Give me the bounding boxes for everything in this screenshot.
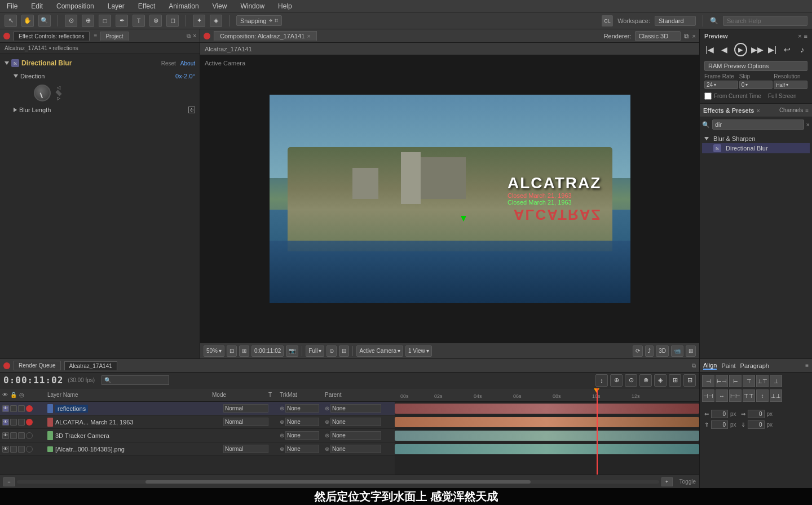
- preview-next-btn[interactable]: ▶▶: [752, 44, 763, 55]
- timeline-scrollbar[interactable]: [17, 480, 659, 484]
- dist-center-h-btn[interactable]: ↔: [716, 389, 728, 402]
- layer-4-name[interactable]: [Alcatr...000-184385].png: [55, 446, 125, 453]
- menu-file[interactable]: File: [5, 2, 20, 10]
- timeline-tool-7[interactable]: ⊟: [683, 374, 696, 387]
- camera-btn[interactable]: 📹: [671, 345, 683, 357]
- spacing-left-input[interactable]: [711, 410, 728, 418]
- layer-3-eye[interactable]: 👁: [2, 432, 9, 439]
- 3d-btn[interactable]: 3D: [656, 345, 669, 357]
- layer-2-name[interactable]: ALCATRA... March 21, 1963: [55, 419, 134, 426]
- effects-panel-expand[interactable]: ≡: [805, 107, 809, 113]
- directional-blur-item[interactable]: fx Directional Blur: [702, 143, 810, 153]
- effect-controls-tab[interactable]: Effect Controls: reflections: [14, 32, 90, 41]
- layer-2-parent[interactable]: None: [330, 418, 381, 426]
- spacing-top-input[interactable]: [711, 420, 728, 429]
- direction-dial[interactable]: [34, 85, 51, 101]
- layer-1-parent[interactable]: None: [330, 404, 381, 413]
- tool-eraser[interactable]: ◻: [166, 15, 179, 27]
- panel-expand-btn[interactable]: ×: [193, 33, 196, 39]
- tool-pen[interactable]: ✒: [116, 15, 128, 27]
- timeline-tool-5[interactable]: ◈: [654, 374, 667, 387]
- layer-3-record[interactable]: [26, 432, 33, 439]
- direction-value[interactable]: 0x-2.0°: [161, 73, 195, 79]
- project-tab[interactable]: Project: [100, 32, 128, 41]
- effect-expand-arrow[interactable]: [5, 61, 9, 65]
- blur-length-expand-arrow[interactable]: [14, 108, 17, 112]
- views-btn[interactable]: 1 View ▾: [405, 345, 432, 357]
- effect-about-btn[interactable]: About: [180, 60, 195, 67]
- layer-4-audio[interactable]: [10, 446, 17, 453]
- spacing-right-input[interactable]: [748, 410, 765, 418]
- region-btn[interactable]: ⊟: [339, 345, 349, 357]
- comp-timeline-tab[interactable]: Alcatraz_17A141: [64, 361, 117, 370]
- comp-tab[interactable]: Composition: Alcatraz_17A141 ×: [214, 31, 317, 41]
- effect-reset-btn[interactable]: Reset: [161, 60, 176, 67]
- panel-menu-btn[interactable]: ≡: [94, 33, 98, 39]
- skip-input[interactable]: 0 ▾: [739, 81, 773, 89]
- timeline-tool-3[interactable]: ⊙: [625, 374, 637, 387]
- blur-sharpen-category[interactable]: Blur & Sharpen: [702, 134, 810, 143]
- tool-shape[interactable]: □: [99, 15, 111, 27]
- effects-search-clear[interactable]: ×: [806, 121, 810, 128]
- layer-1-audio[interactable]: [10, 405, 17, 412]
- tool-camera-track[interactable]: ⊕: [82, 15, 94, 27]
- menu-window[interactable]: Window: [238, 2, 267, 10]
- comp-tab-close[interactable]: ×: [307, 33, 310, 39]
- align-tab[interactable]: Align: [703, 362, 717, 370]
- layer-1-trk-mat[interactable]: None: [285, 404, 319, 413]
- timeline-search-input[interactable]: [102, 375, 169, 385]
- align-panel-expand[interactable]: ≡: [805, 362, 809, 369]
- align-center-v-btn[interactable]: ⊥⊤: [756, 375, 769, 387]
- menu-view[interactable]: View: [210, 2, 230, 10]
- layer-1-name[interactable]: reflections: [55, 405, 88, 413]
- layer-3-name[interactable]: 3D Tracker Camera: [55, 432, 109, 439]
- channels-tab[interactable]: Channels: [779, 107, 803, 113]
- layer-3-parent[interactable]: None: [330, 431, 381, 440]
- panel-float-btn[interactable]: ⧉: [187, 33, 191, 39]
- menu-edit[interactable]: Edit: [29, 2, 45, 10]
- fit-btn[interactable]: ⊡: [227, 345, 237, 357]
- export-btn[interactable]: ⤴: [645, 345, 654, 357]
- layer-2-eye[interactable]: 👁: [2, 419, 9, 426]
- grid-btn[interactable]: ⊞: [239, 345, 249, 357]
- layer-3-audio[interactable]: [10, 432, 17, 439]
- menu-animation[interactable]: Animation: [166, 2, 201, 10]
- timeline-zoom-in[interactable]: +: [661, 477, 673, 486]
- layer-4-solo[interactable]: [18, 446, 25, 453]
- dist-top-btn[interactable]: ⊤⊤: [743, 389, 755, 402]
- view-select-btn[interactable]: Active Camera ▾: [356, 345, 403, 357]
- layer-4-record[interactable]: [26, 446, 33, 453]
- tool-hand[interactable]: ✋: [21, 15, 34, 27]
- layer-1-record[interactable]: [26, 405, 33, 412]
- preview-first-btn[interactable]: |◀: [704, 44, 715, 55]
- timeline-zoom-out[interactable]: −: [3, 477, 15, 486]
- track-bar-4[interactable]: [395, 444, 699, 454]
- menu-layer[interactable]: Layer: [105, 2, 127, 10]
- renderer-dropdown[interactable]: Classic 3D: [635, 31, 681, 41]
- layer-1-eye[interactable]: 👁: [2, 405, 9, 412]
- layer-2-solo[interactable]: [18, 419, 25, 426]
- render-btn[interactable]: ⟳: [633, 345, 643, 357]
- tool-roto[interactable]: ◈: [210, 15, 222, 27]
- comp-panel-expand[interactable]: ×: [692, 33, 696, 39]
- timeline-tool-1[interactable]: ↕: [595, 374, 608, 387]
- tool-camera-orbit[interactable]: ⊙: [65, 15, 77, 27]
- comp-image[interactable]: ALCATRAZ Closed March 21, 1963 Closed Ma…: [270, 95, 630, 303]
- preview-loop-btn[interactable]: ↩: [782, 44, 793, 55]
- align-right-btn[interactable]: ⊢: [729, 375, 742, 387]
- dist-left-btn[interactable]: ⊣⊣: [702, 389, 714, 402]
- preview-menu-btn[interactable]: ≡: [804, 33, 807, 39]
- paragraph-tab[interactable]: Paragraph: [740, 362, 769, 369]
- search-help-input[interactable]: [723, 16, 807, 26]
- tool-puppet[interactable]: ✦: [193, 15, 205, 27]
- from-current-checkbox[interactable]: [704, 92, 712, 100]
- preview-play-btn[interactable]: ▶: [734, 43, 747, 56]
- preview-prev-btn[interactable]: ◀: [720, 44, 730, 55]
- keyframe-next-btn[interactable]: ▷: [57, 96, 60, 101]
- layer-2-record[interactable]: [26, 419, 33, 426]
- layer-4-mode[interactable]: Normal: [223, 445, 268, 453]
- track-bar-3[interactable]: [395, 431, 699, 441]
- layer-4-trk-mat[interactable]: None: [285, 445, 319, 453]
- timeline-tool-6[interactable]: ⊞: [669, 374, 681, 387]
- snapshot-btn[interactable]: 📷: [286, 345, 298, 357]
